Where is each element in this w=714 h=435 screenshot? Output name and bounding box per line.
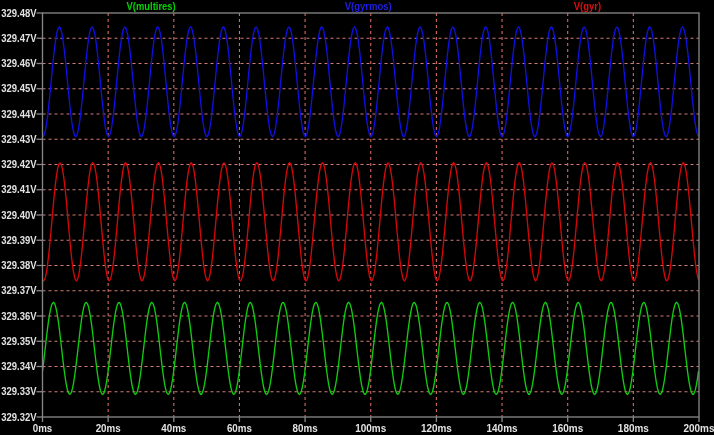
- svg-text:329.48V: 329.48V: [1, 7, 37, 19]
- svg-text:60ms: 60ms: [227, 422, 252, 434]
- svg-text:329.35V: 329.35V: [1, 335, 37, 347]
- svg-text:329.44V: 329.44V: [1, 108, 37, 120]
- svg-text:120ms: 120ms: [421, 422, 452, 434]
- svg-text:329.43V: 329.43V: [1, 133, 37, 145]
- svg-text:329.34V: 329.34V: [1, 360, 37, 372]
- svg-text:329.41V: 329.41V: [1, 183, 37, 195]
- svg-text:180ms: 180ms: [618, 422, 649, 434]
- svg-text:329.37V: 329.37V: [1, 284, 37, 296]
- svg-text:V(gyr): V(gyr): [574, 0, 602, 12]
- svg-text:160ms: 160ms: [552, 422, 583, 434]
- svg-text:329.36V: 329.36V: [1, 310, 37, 322]
- svg-text:329.39V: 329.39V: [1, 234, 37, 246]
- svg-text:100ms: 100ms: [355, 422, 386, 434]
- svg-text:140ms: 140ms: [487, 422, 518, 434]
- svg-text:40ms: 40ms: [161, 422, 186, 434]
- svg-text:329.38V: 329.38V: [1, 259, 37, 271]
- svg-text:V(multires): V(multires): [127, 0, 176, 12]
- svg-text:329.47V: 329.47V: [1, 32, 37, 44]
- svg-text:329.32V: 329.32V: [1, 411, 37, 423]
- svg-text:329.33V: 329.33V: [1, 385, 37, 397]
- svg-text:20ms: 20ms: [96, 422, 121, 434]
- svg-text:329.42V: 329.42V: [1, 158, 37, 170]
- svg-text:200ms: 200ms: [684, 422, 714, 434]
- svg-text:329.45V: 329.45V: [1, 82, 37, 94]
- svg-text:80ms: 80ms: [293, 422, 318, 434]
- svg-text:329.46V: 329.46V: [1, 57, 37, 69]
- svg-text:329.40V: 329.40V: [1, 209, 37, 221]
- svg-text:V(gyrmos): V(gyrmos): [345, 0, 392, 12]
- svg-text:0ms: 0ms: [33, 422, 53, 434]
